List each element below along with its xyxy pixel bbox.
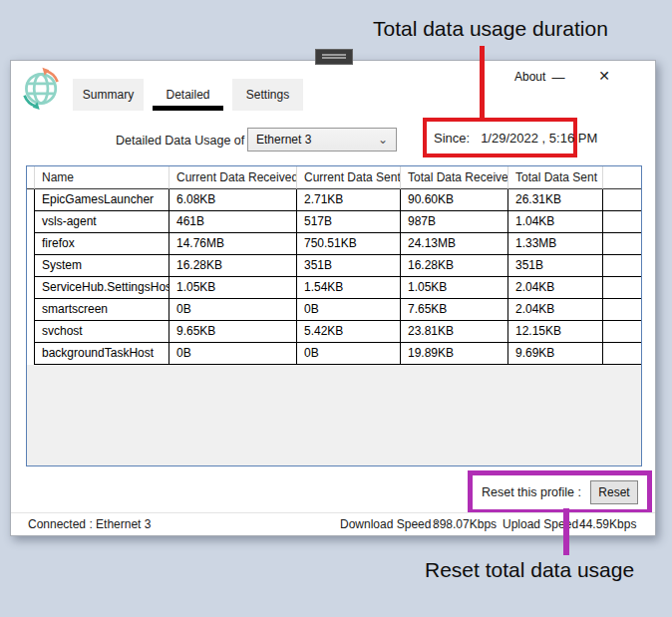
cell-total-received: 24.13MB [401,233,508,255]
cell-current-sent: 517B [297,211,401,233]
cell-current-sent: 2.71KB [297,189,401,211]
cell-filler [603,233,641,255]
cell-filler [603,343,641,365]
annotation-reset-total-data-usage: Reset total data usage [425,558,634,582]
data-usage-app-window: Summary Detailed Settings About — ✕ Deta… [10,60,656,536]
table-row[interactable]: backgroundTaskHost 0B 0B 19.89KB 9.69KB [27,343,641,365]
upload-speed-label: Upload Speed : [503,517,585,531]
cell-name: EpicGamesLauncher [35,189,169,211]
grip-bar [322,57,346,59]
chevron-down-icon: ⌄ [378,135,388,145]
cell-total-received: 16.28KB [401,255,508,277]
row-header-gutter [27,189,35,211]
cell-name: smartscreen [35,299,169,321]
cell-current-sent: 1.54KB [297,277,401,299]
upload-speed-value: 44.59Kbps [579,517,636,531]
row-header-gutter [27,277,35,299]
reset-highlight-box: Reset this profile : Reset [468,470,652,514]
cell-filler [603,189,641,211]
cell-total-received: 19.89KB [401,343,508,365]
tab-detailed[interactable]: Detailed [153,79,223,111]
cell-total-sent: 351B [508,255,603,277]
cell-current-sent: 5.42KB [297,321,401,343]
table-row[interactable]: firefox 14.76MB 750.51KB 24.13MB 1.33MB [27,233,641,255]
column-header-current-received[interactable]: Current Data Received [169,166,297,189]
cell-total-received: 1.05KB [401,277,508,299]
cell-total-sent: 2.04KB [508,277,603,299]
process-data-usage-table: Name Current Data Received Current Data … [26,165,642,466]
cell-total-sent: 1.04KB [508,211,603,233]
cell-name: backgroundTaskHost [35,343,169,365]
cell-name: vsls-agent [35,211,169,233]
tab-strip: Summary Detailed Settings [73,79,303,111]
row-header-gutter [27,211,35,233]
table-row[interactable]: System 16.28KB 351B 16.28KB 351B [27,255,641,277]
row-header-gutter [27,233,35,255]
cell-current-received: 461B [169,211,297,233]
row-header-gutter [27,343,35,365]
cell-filler [603,277,641,299]
table-row[interactable]: EpicGamesLauncher 6.08KB 2.71KB 90.60KB … [27,189,641,211]
cell-total-sent: 26.31KB [508,189,603,211]
column-header-name[interactable]: Name [35,166,169,189]
download-speed-value: 898.07Kbps [433,517,497,531]
row-header-gutter [27,255,35,277]
row-header-gutter [27,299,35,321]
download-speed-label: Download Speed : [340,517,438,531]
cell-current-sent: 0B [297,343,401,365]
detailed-usage-label: Detailed Data Usage of [116,134,244,148]
window-grip-handle [315,49,353,65]
since-highlight-box: Since: 1/29/2022 , 5:16 PM [423,118,577,157]
tab-settings[interactable]: Settings [232,79,303,111]
table-row[interactable]: svchost 9.65KB 5.42KB 23.81KB 12.15KB [27,321,641,343]
cell-filler [603,299,641,321]
cell-current-received: 0B [169,299,297,321]
app-logo-globe-icon [20,66,64,110]
column-header-total-sent[interactable]: Total Data Sent [508,166,603,189]
tab-detailed-label: Detailed [166,88,209,102]
cell-name: System [35,255,169,277]
since-value: 1/29/2022 , 5:16 PM [481,131,597,146]
cell-total-sent: 2.04KB [508,299,603,321]
cell-name: svchost [35,321,169,343]
network-adapter-select[interactable]: Ethernet 3 ⌄ [247,128,397,152]
cell-total-received: 7.65KB [401,299,508,321]
cell-filler [603,255,641,277]
cell-current-received: 0B [169,343,297,365]
cell-filler [603,321,641,343]
grip-bar [322,54,346,56]
table-row[interactable]: vsls-agent 461B 517B 987B 1.04KB [27,211,641,233]
table-row[interactable]: ServiceHub.SettingsHost 1.05KB 1.54KB 1.… [27,277,641,299]
cell-current-received: 16.28KB [169,255,297,277]
red-pointer-line [480,46,485,120]
table-header-row: Name Current Data Received Current Data … [27,166,641,189]
connection-status: Connected : Ethernet 3 [28,517,151,531]
cell-total-sent: 1.33MB [508,233,603,255]
cell-current-received: 1.05KB [169,277,297,299]
tab-summary-label: Summary [83,88,134,102]
tab-summary[interactable]: Summary [73,79,144,111]
column-header-current-sent[interactable]: Current Data Sent [297,166,401,189]
purple-pointer-line [563,508,569,555]
reset-button[interactable]: Reset [590,480,638,504]
cell-name: firefox [35,233,169,255]
cell-name: ServiceHub.SettingsHost [35,277,169,299]
cell-current-received: 14.76MB [169,233,297,255]
table-row[interactable]: smartscreen 0B 0B 7.65KB 2.04KB [27,299,641,321]
minimize-button[interactable]: — [541,63,575,89]
row-header-gutter [27,166,35,189]
column-header-total-received[interactable]: Total Data Received [401,166,508,189]
cell-total-sent: 12.15KB [508,321,603,343]
since-label: Since: [434,131,470,146]
cell-total-received: 90.60KB [401,189,508,211]
network-adapter-value: Ethernet 3 [256,133,311,147]
row-header-gutter [27,321,35,343]
cell-current-received: 6.08KB [169,189,297,211]
close-button[interactable]: ✕ [587,63,621,89]
tab-settings-label: Settings [246,88,289,102]
cell-total-sent: 9.69KB [508,343,603,365]
cell-current-sent: 750.51KB [297,233,401,255]
cell-total-received: 23.81KB [401,321,508,343]
cell-current-received: 9.65KB [169,321,297,343]
cell-current-sent: 351B [297,255,401,277]
